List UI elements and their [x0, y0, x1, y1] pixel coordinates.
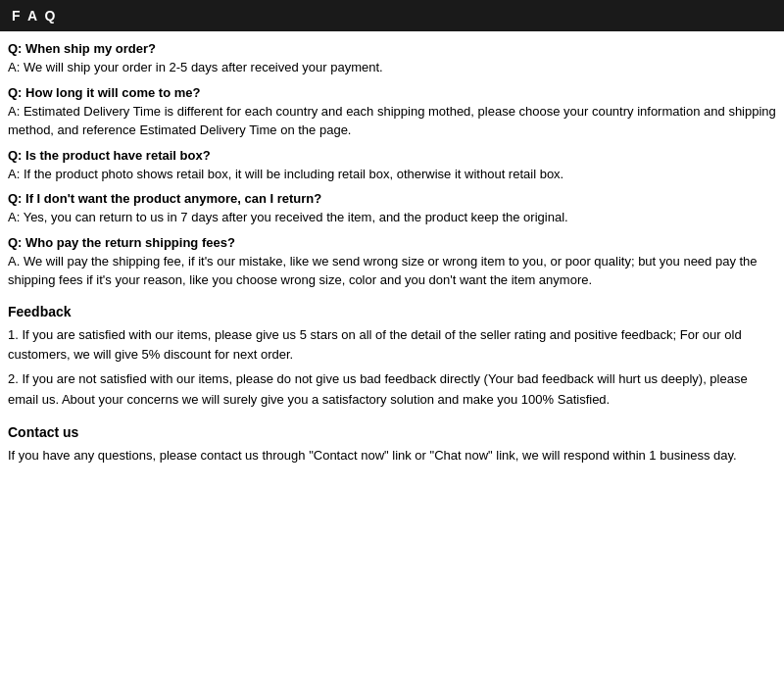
- qa-block-2: Q: Is the product have retail box?A: If …: [8, 148, 776, 184]
- feedback-title: Feedback: [8, 304, 776, 319]
- contact-title: Contact us: [8, 424, 776, 440]
- main-content: Q: When ship my order?A: We will ship yo…: [0, 41, 784, 466]
- question-0: Q: When ship my order?: [8, 41, 776, 56]
- contact-section: Contact us If you have any questions, pl…: [8, 424, 776, 466]
- question-1: Q: How long it will come to me?: [8, 85, 776, 100]
- faq-title: F A Q: [12, 8, 57, 24]
- feedback-point-0: 1. If you are satisfied with our items, …: [8, 325, 776, 367]
- contact-text: If you have any questions, please contac…: [8, 446, 776, 466]
- feedback-section: Feedback 1. If you are satisfied with ou…: [8, 304, 776, 411]
- answer-3: A: Yes, you can return to us in 7 days a…: [8, 208, 776, 227]
- qa-block-0: Q: When ship my order?A: We will ship yo…: [8, 41, 776, 77]
- answer-2: A: If the product photo shows retail box…: [8, 165, 776, 184]
- question-3: Q: If I don't want the product anymore, …: [8, 191, 776, 206]
- question-2: Q: Is the product have retail box?: [8, 148, 776, 163]
- qa-block-4: Q: Who pay the return shipping fees?A. W…: [8, 235, 776, 290]
- answer-1: A: Estimated Delivery Time is different …: [8, 102, 776, 140]
- question-4: Q: Who pay the return shipping fees?: [8, 235, 776, 250]
- faq-header: F A Q: [0, 0, 784, 31]
- answer-0: A: We will ship your order in 2-5 days a…: [8, 58, 776, 77]
- feedback-points: 1. If you are satisfied with our items, …: [8, 325, 776, 411]
- qa-block-1: Q: How long it will come to me?A: Estima…: [8, 85, 776, 140]
- answer-4: A. We will pay the shipping fee, if it's…: [8, 252, 776, 290]
- qa-block-3: Q: If I don't want the product anymore, …: [8, 191, 776, 227]
- feedback-point-1: 2. If you are not satisfied with our ite…: [8, 369, 776, 411]
- faq-list: Q: When ship my order?A: We will ship yo…: [8, 41, 776, 290]
